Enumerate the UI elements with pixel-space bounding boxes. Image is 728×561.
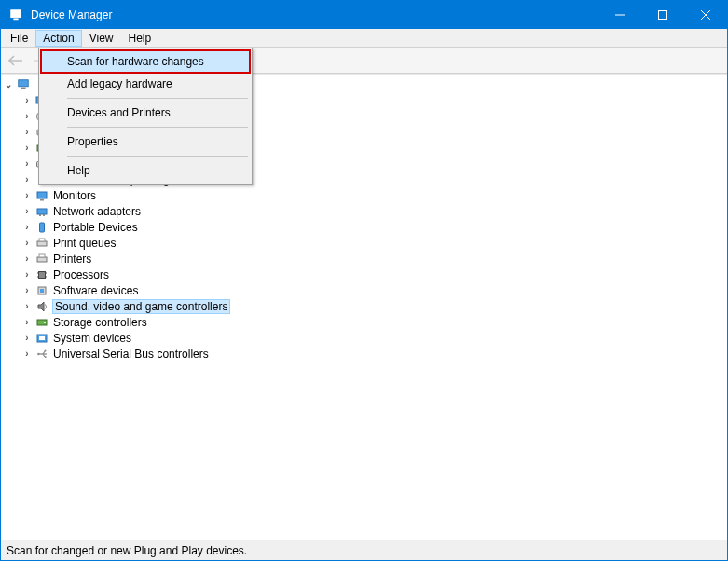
computer-icon — [16, 77, 31, 92]
expand-toggle-icon[interactable] — [21, 301, 33, 312]
device-category-label: Network adapters — [53, 205, 141, 218]
tree-category-row[interactable]: Storage controllers — [1, 314, 727, 330]
minimize-button[interactable] — [598, 1, 641, 29]
toolbar-back-button[interactable] — [5, 50, 27, 71]
device-category-icon — [34, 347, 49, 362]
device-category-label: System devices — [53, 332, 131, 345]
device-category-label: Print queues — [53, 237, 116, 250]
expand-toggle-icon[interactable] — [21, 333, 33, 344]
tree-category-row[interactable]: Printers — [1, 251, 727, 267]
device-category-icon — [34, 267, 49, 282]
svg-rect-1 — [13, 19, 18, 21]
svg-rect-26 — [40, 223, 45, 232]
svg-rect-22 — [40, 199, 44, 201]
device-category-icon — [34, 204, 49, 219]
menu-separator — [67, 156, 248, 157]
menu-separator — [67, 127, 248, 128]
svg-point-39 — [44, 322, 46, 323]
device-category-icon — [34, 331, 49, 346]
tree-category-row[interactable]: Monitors — [1, 187, 727, 203]
svg-rect-24 — [39, 214, 41, 216]
device-category-label: Universal Serial Bus controllers — [53, 348, 209, 361]
device-category-icon — [34, 236, 49, 251]
expand-toggle-icon[interactable] — [3, 79, 14, 90]
svg-rect-3 — [659, 11, 667, 20]
device-category-icon — [34, 220, 49, 235]
device-category-label: Monitors — [53, 189, 96, 202]
svg-rect-25 — [43, 214, 45, 216]
svg-rect-27 — [37, 241, 47, 246]
device-category-label: Portable Devices — [53, 221, 138, 234]
device-category-label: Processors — [53, 268, 109, 281]
menu-bar: File Action View Help — [1, 29, 727, 48]
maximize-button[interactable] — [641, 1, 684, 29]
expand-toggle-icon[interactable] — [21, 127, 33, 138]
tree-category-row[interactable]: System devices — [1, 330, 727, 346]
menu-action[interactable]: Action — [35, 30, 81, 47]
svg-rect-30 — [39, 254, 45, 257]
status-text: Scan for changed or new Plug and Play de… — [7, 544, 247, 557]
menu-view[interactable]: View — [82, 30, 121, 47]
svg-rect-0 — [11, 10, 21, 18]
device-category-icon — [34, 188, 49, 203]
menu-file[interactable]: File — [3, 30, 35, 47]
svg-rect-47 — [45, 356, 47, 358]
device-category-label: Sound, video and game controllers — [53, 300, 229, 313]
svg-rect-31 — [39, 271, 46, 278]
tree-category-row[interactable]: Processors — [1, 267, 727, 282]
tree-category-row[interactable]: Universal Serial Bus controllers — [1, 346, 727, 362]
action-dropdown-menu: Scan for hardware changes Add legacy har… — [38, 48, 253, 185]
menu-item-add-legacy[interactable]: Add legacy hardware — [41, 73, 250, 95]
device-category-label: Storage controllers — [53, 316, 147, 329]
expand-toggle-icon[interactable] — [21, 206, 33, 217]
svg-point-45 — [45, 349, 47, 351]
device-category-label: Printers — [53, 253, 91, 266]
expand-toggle-icon[interactable] — [21, 238, 33, 249]
tree-category-row[interactable]: Software devices — [1, 282, 727, 298]
device-category-icon — [34, 299, 49, 314]
app-icon — [8, 7, 23, 22]
tree-category-row[interactable]: Network adapters — [1, 203, 727, 219]
svg-rect-6 — [19, 79, 29, 86]
svg-rect-41 — [39, 336, 45, 340]
svg-rect-29 — [37, 257, 47, 262]
menu-item-help[interactable]: Help — [41, 159, 250, 182]
title-bar: Device Manager — [1, 1, 727, 29]
menu-item-devices-printers[interactable]: Devices and Printers — [41, 102, 250, 124]
expand-toggle-icon[interactable] — [21, 143, 33, 154]
menu-help[interactable]: Help — [121, 30, 159, 47]
svg-rect-28 — [39, 239, 45, 241]
svg-rect-21 — [37, 192, 47, 198]
menu-separator — [67, 98, 248, 99]
svg-rect-37 — [40, 289, 44, 293]
expand-toggle-icon[interactable] — [21, 111, 33, 122]
svg-rect-7 — [21, 87, 25, 89]
svg-point-42 — [37, 352, 40, 355]
expand-toggle-icon[interactable] — [21, 190, 33, 201]
device-category-icon — [34, 283, 49, 298]
close-button[interactable] — [684, 1, 727, 29]
expand-toggle-icon[interactable] — [21, 158, 33, 170]
menu-item-properties[interactable]: Properties — [41, 130, 250, 153]
expand-toggle-icon[interactable] — [21, 269, 33, 280]
expand-toggle-icon[interactable] — [21, 317, 33, 328]
expand-toggle-icon[interactable] — [21, 222, 33, 233]
expand-toggle-icon[interactable] — [21, 253, 33, 265]
tree-category-row[interactable]: Print queues — [1, 235, 727, 251]
device-category-icon — [34, 315, 49, 330]
status-bar: Scan for changed or new Plug and Play de… — [1, 540, 727, 560]
expand-toggle-icon[interactable] — [21, 95, 33, 106]
expand-toggle-icon[interactable] — [21, 174, 33, 185]
window-title: Device Manager — [31, 8, 112, 21]
expand-toggle-icon[interactable] — [21, 285, 33, 296]
svg-rect-23 — [37, 209, 47, 214]
tree-category-row[interactable]: Portable Devices — [1, 219, 727, 235]
expand-toggle-icon[interactable] — [21, 349, 33, 360]
tree-category-row[interactable]: Sound, video and game controllers — [1, 298, 727, 314]
menu-item-scan-hardware[interactable]: Scan for hardware changes — [41, 50, 250, 73]
device-category-label: Software devices — [53, 284, 138, 297]
device-category-icon — [34, 252, 49, 267]
